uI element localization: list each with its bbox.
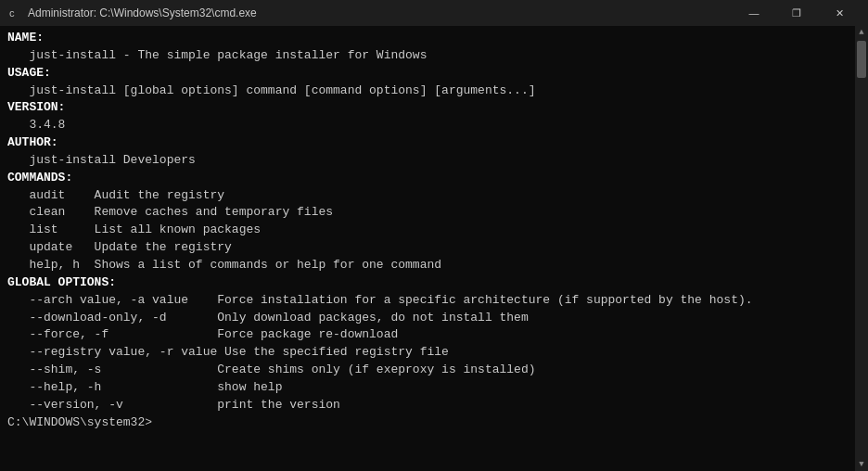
terminal-line: --download-only, -d Only download packag… xyxy=(7,310,848,327)
terminal[interactable]: NAME: just-install - The simple package … xyxy=(0,26,855,471)
cmd-icon: C xyxy=(7,6,22,20)
terminal-line: just-install - The simple package instal… xyxy=(7,47,848,65)
terminal-line: clean Remove caches and temporary files xyxy=(7,204,848,222)
terminal-line: update Update the registry xyxy=(7,239,848,257)
terminal-line: 3.4.8 xyxy=(7,117,848,134)
terminal-line: just-install [global options] command [c… xyxy=(7,83,848,100)
terminal-line: --force, -f Force package re-download xyxy=(7,326,848,344)
terminal-line: audit Audit the registry xyxy=(7,187,848,205)
content-area: NAME: just-install - The simple package … xyxy=(0,26,868,471)
titlebar-left: C Administrator: C:\Windows\System32\cmd… xyxy=(7,6,257,20)
terminal-line: --version, -v print the version xyxy=(7,397,848,414)
terminal-line: help, h Shows a list of commands or help… xyxy=(7,257,848,274)
scroll-up-button[interactable]: ▲ xyxy=(855,26,868,39)
terminal-line: USAGE: xyxy=(7,65,848,83)
titlebar-title: Administrator: C:\Windows\System32\cmd.e… xyxy=(28,6,257,19)
terminal-line: C:\WINDOWS\system32> xyxy=(7,414,848,432)
terminal-line: COMMANDS: xyxy=(7,170,848,187)
scroll-track[interactable] xyxy=(855,39,868,458)
close-button[interactable]: ✕ xyxy=(818,0,861,26)
titlebar: C Administrator: C:\Windows\System32\cmd… xyxy=(0,0,868,26)
terminal-line: --registry value, -r value Use the speci… xyxy=(7,344,848,362)
terminal-line: VERSION: xyxy=(7,99,848,117)
terminal-line: NAME: xyxy=(7,30,848,47)
terminal-line: GLOBAL OPTIONS: xyxy=(7,274,848,292)
scroll-thumb[interactable] xyxy=(857,41,866,78)
svg-text:C: C xyxy=(9,9,15,19)
scrollbar[interactable]: ▲ ▼ xyxy=(855,26,868,471)
terminal-line: AUTHOR: xyxy=(7,134,848,152)
window: C Administrator: C:\Windows\System32\cmd… xyxy=(0,0,868,471)
scroll-down-button[interactable]: ▼ xyxy=(855,458,868,471)
terminal-line: --help, -h show help xyxy=(7,379,848,397)
titlebar-controls: — ❐ ✕ xyxy=(733,0,861,26)
maximize-button[interactable]: ❐ xyxy=(775,0,818,26)
minimize-button[interactable]: — xyxy=(733,0,775,26)
terminal-line: --shim, -s Create shims only (if exeprox… xyxy=(7,362,848,379)
terminal-line: just-install Developers xyxy=(7,152,848,170)
terminal-line: --arch value, -a value Force installatio… xyxy=(7,292,848,310)
terminal-line: list List all known packages xyxy=(7,222,848,239)
